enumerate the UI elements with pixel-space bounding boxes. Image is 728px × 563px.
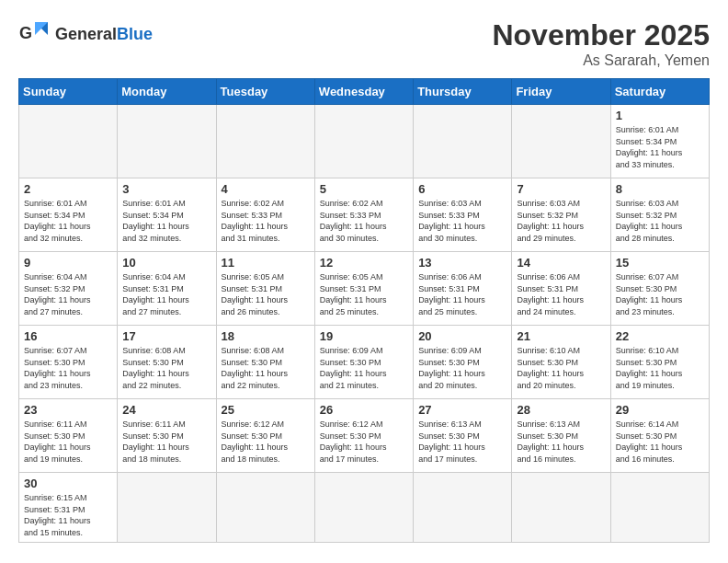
calendar-day-cell	[314, 105, 413, 178]
logo-text: GeneralBlue	[55, 26, 153, 44]
day-number: 28	[517, 403, 605, 417]
day-info: Sunrise: 6:07 AM Sunset: 5:30 PM Dayligh…	[616, 271, 704, 317]
day-number: 16	[24, 329, 112, 343]
day-number: 7	[517, 182, 605, 196]
calendar-day-cell	[19, 105, 118, 178]
day-number: 13	[418, 256, 506, 270]
calendar-day-cell: 24Sunrise: 6:11 AM Sunset: 5:30 PM Dayli…	[118, 399, 216, 473]
location-title: As Sararah, Yemen	[492, 52, 710, 69]
day-number: 9	[24, 256, 112, 270]
day-number: 22	[616, 329, 704, 343]
calendar-day-cell: 29Sunrise: 6:14 AM Sunset: 5:30 PM Dayli…	[610, 399, 709, 473]
calendar-day-cell	[512, 473, 610, 543]
calendar-day-cell	[118, 473, 216, 543]
header-friday: Friday	[512, 79, 610, 105]
day-number: 17	[122, 329, 210, 343]
calendar-day-cell: 27Sunrise: 6:13 AM Sunset: 5:30 PM Dayli…	[414, 399, 512, 473]
calendar-day-cell: 10Sunrise: 6:04 AM Sunset: 5:31 PM Dayli…	[118, 252, 216, 326]
day-info: Sunrise: 6:04 AM Sunset: 5:31 PM Dayligh…	[122, 271, 210, 317]
day-number: 21	[517, 329, 605, 343]
day-info: Sunrise: 6:04 AM Sunset: 5:32 PM Dayligh…	[24, 271, 112, 317]
day-number: 12	[320, 256, 408, 270]
day-number: 5	[320, 182, 408, 196]
day-info: Sunrise: 6:11 AM Sunset: 5:30 PM Dayligh…	[122, 419, 210, 465]
calendar-day-cell: 11Sunrise: 6:05 AM Sunset: 5:31 PM Dayli…	[216, 252, 314, 326]
day-info: Sunrise: 6:05 AM Sunset: 5:31 PM Dayligh…	[222, 271, 310, 317]
calendar-day-cell: 7Sunrise: 6:03 AM Sunset: 5:32 PM Daylig…	[512, 178, 610, 252]
day-info: Sunrise: 6:01 AM Sunset: 5:34 PM Dayligh…	[24, 198, 112, 244]
day-info: Sunrise: 6:13 AM Sunset: 5:30 PM Dayligh…	[418, 419, 506, 465]
day-info: Sunrise: 6:08 AM Sunset: 5:30 PM Dayligh…	[122, 345, 210, 391]
calendar-day-cell	[414, 473, 512, 543]
day-info: Sunrise: 6:13 AM Sunset: 5:30 PM Dayligh…	[517, 419, 605, 465]
day-number: 3	[122, 182, 210, 196]
day-number: 14	[517, 256, 605, 270]
day-info: Sunrise: 6:07 AM Sunset: 5:30 PM Dayligh…	[24, 345, 112, 391]
calendar-day-cell	[216, 473, 314, 543]
calendar-table: Sunday Monday Tuesday Wednesday Thursday…	[18, 78, 710, 543]
day-info: Sunrise: 6:08 AM Sunset: 5:30 PM Dayligh…	[222, 345, 310, 391]
day-info: Sunrise: 6:15 AM Sunset: 5:31 PM Dayligh…	[24, 492, 112, 538]
day-info: Sunrise: 6:03 AM Sunset: 5:32 PM Dayligh…	[517, 198, 605, 244]
calendar-day-cell: 3Sunrise: 6:01 AM Sunset: 5:34 PM Daylig…	[118, 178, 216, 252]
calendar-week-row: 2Sunrise: 6:01 AM Sunset: 5:34 PM Daylig…	[19, 178, 710, 252]
calendar-day-cell	[216, 105, 314, 178]
day-info: Sunrise: 6:02 AM Sunset: 5:33 PM Dayligh…	[222, 198, 310, 244]
calendar-day-cell: 21Sunrise: 6:10 AM Sunset: 5:30 PM Dayli…	[512, 326, 610, 399]
calendar-week-row: 16Sunrise: 6:07 AM Sunset: 5:30 PM Dayli…	[19, 326, 710, 399]
calendar-day-cell: 17Sunrise: 6:08 AM Sunset: 5:30 PM Dayli…	[118, 326, 216, 399]
calendar-day-cell: 19Sunrise: 6:09 AM Sunset: 5:30 PM Dayli…	[314, 326, 413, 399]
day-number: 26	[320, 403, 408, 417]
day-number: 23	[24, 403, 112, 417]
day-info: Sunrise: 6:01 AM Sunset: 5:34 PM Dayligh…	[122, 198, 210, 244]
day-number: 10	[122, 256, 210, 270]
calendar-day-cell: 20Sunrise: 6:09 AM Sunset: 5:30 PM Dayli…	[414, 326, 512, 399]
calendar-day-cell: 6Sunrise: 6:03 AM Sunset: 5:33 PM Daylig…	[414, 178, 512, 252]
logo-icon: G	[18, 18, 51, 52]
weekday-header-row: Sunday Monday Tuesday Wednesday Thursday…	[19, 79, 710, 105]
calendar-day-cell: 5Sunrise: 6:02 AM Sunset: 5:33 PM Daylig…	[314, 178, 413, 252]
calendar-day-cell	[314, 473, 413, 543]
day-number: 25	[222, 403, 310, 417]
calendar-day-cell: 13Sunrise: 6:06 AM Sunset: 5:31 PM Dayli…	[414, 252, 512, 326]
day-number: 20	[418, 329, 506, 343]
header-sunday: Sunday	[19, 79, 118, 105]
header-tuesday: Tuesday	[216, 79, 314, 105]
calendar-day-cell	[512, 105, 610, 178]
calendar-day-cell: 14Sunrise: 6:06 AM Sunset: 5:31 PM Dayli…	[512, 252, 610, 326]
calendar-day-cell: 25Sunrise: 6:12 AM Sunset: 5:30 PM Dayli…	[216, 399, 314, 473]
calendar-day-cell: 1Sunrise: 6:01 AM Sunset: 5:34 PM Daylig…	[610, 105, 709, 178]
day-number: 19	[320, 329, 408, 343]
calendar-day-cell: 28Sunrise: 6:13 AM Sunset: 5:30 PM Dayli…	[512, 399, 610, 473]
day-info: Sunrise: 6:06 AM Sunset: 5:31 PM Dayligh…	[517, 271, 605, 317]
page-header: G GeneralBlue November 2025 As Sararah, …	[18, 18, 710, 69]
calendar-day-cell: 26Sunrise: 6:12 AM Sunset: 5:30 PM Dayli…	[314, 399, 413, 473]
day-info: Sunrise: 6:03 AM Sunset: 5:32 PM Dayligh…	[616, 198, 704, 244]
header-saturday: Saturday	[610, 79, 709, 105]
calendar-day-cell: 8Sunrise: 6:03 AM Sunset: 5:32 PM Daylig…	[610, 178, 709, 252]
day-info: Sunrise: 6:12 AM Sunset: 5:30 PM Dayligh…	[320, 419, 408, 465]
day-number: 1	[616, 109, 704, 122]
day-info: Sunrise: 6:12 AM Sunset: 5:30 PM Dayligh…	[222, 419, 310, 465]
month-title: November 2025	[492, 18, 710, 52]
day-number: 11	[222, 256, 310, 270]
calendar-day-cell: 2Sunrise: 6:01 AM Sunset: 5:34 PM Daylig…	[19, 178, 118, 252]
day-info: Sunrise: 6:09 AM Sunset: 5:30 PM Dayligh…	[320, 345, 408, 391]
day-number: 15	[616, 256, 704, 270]
day-info: Sunrise: 6:14 AM Sunset: 5:30 PM Dayligh…	[616, 419, 704, 465]
header-monday: Monday	[118, 79, 216, 105]
calendar-day-cell: 22Sunrise: 6:10 AM Sunset: 5:30 PM Dayli…	[610, 326, 709, 399]
calendar-day-cell: 15Sunrise: 6:07 AM Sunset: 5:30 PM Dayli…	[610, 252, 709, 326]
calendar-day-cell: 4Sunrise: 6:02 AM Sunset: 5:33 PM Daylig…	[216, 178, 314, 252]
logo-general: General	[55, 25, 117, 43]
day-info: Sunrise: 6:01 AM Sunset: 5:34 PM Dayligh…	[616, 124, 704, 170]
day-info: Sunrise: 6:03 AM Sunset: 5:33 PM Dayligh…	[418, 198, 506, 244]
calendar-day-cell	[610, 473, 709, 543]
calendar-day-cell: 18Sunrise: 6:08 AM Sunset: 5:30 PM Dayli…	[216, 326, 314, 399]
header-wednesday: Wednesday	[314, 79, 413, 105]
calendar-day-cell: 16Sunrise: 6:07 AM Sunset: 5:30 PM Dayli…	[19, 326, 118, 399]
calendar-week-row: 1Sunrise: 6:01 AM Sunset: 5:34 PM Daylig…	[19, 105, 710, 178]
day-number: 18	[222, 329, 310, 343]
calendar-week-row: 9Sunrise: 6:04 AM Sunset: 5:32 PM Daylig…	[19, 252, 710, 326]
header-thursday: Thursday	[414, 79, 512, 105]
